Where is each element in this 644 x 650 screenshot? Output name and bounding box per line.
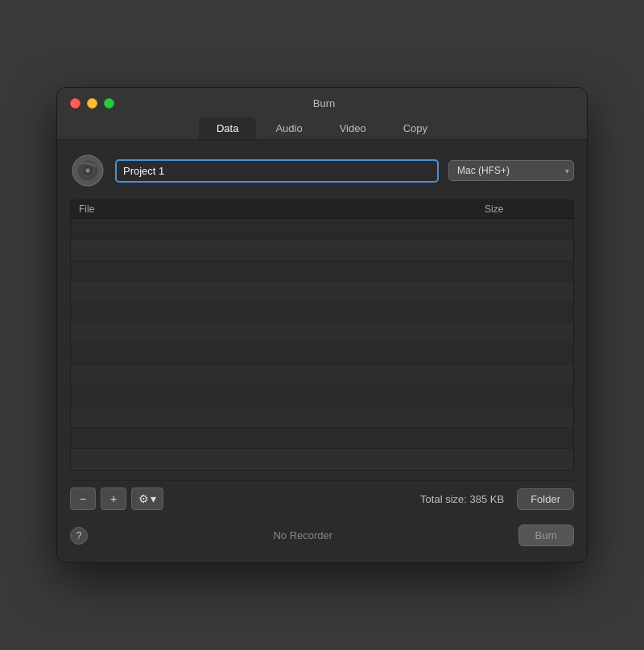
main-content: Mac (HFS+) DVD-ROM (ISO 9660) UDF Mac & … bbox=[57, 140, 587, 562]
burn-button[interactable]: Burn bbox=[518, 525, 574, 546]
tab-copy[interactable]: Copy bbox=[386, 117, 445, 139]
svg-point-4 bbox=[87, 170, 89, 172]
main-window: Burn Data Audio Video Copy bbox=[56, 87, 588, 563]
toolbar: − + ⚙ ▾ Total size: 385 KB Folder bbox=[70, 480, 574, 518]
column-header-size: Size bbox=[485, 204, 565, 215]
gear-button[interactable]: ⚙ ▾ bbox=[131, 488, 163, 510]
remove-button[interactable]: − bbox=[70, 488, 96, 510]
table-row bbox=[71, 240, 573, 261]
tab-bar: Data Audio Video Copy bbox=[199, 117, 445, 139]
disc-icon bbox=[70, 153, 105, 188]
column-header-file: File bbox=[79, 204, 485, 215]
table-header: File Size bbox=[71, 200, 573, 219]
minimize-button[interactable] bbox=[87, 98, 97, 109]
traffic-lights bbox=[70, 98, 114, 109]
file-table: File Size bbox=[70, 200, 574, 471]
maximize-button[interactable] bbox=[104, 98, 114, 109]
gear-icon: ⚙ bbox=[138, 492, 149, 505]
table-row bbox=[71, 302, 573, 323]
help-button[interactable]: ? bbox=[70, 527, 88, 545]
format-select[interactable]: Mac (HFS+) DVD-ROM (ISO 9660) UDF Mac & … bbox=[448, 160, 574, 181]
table-row bbox=[71, 386, 573, 407]
table-row bbox=[71, 344, 573, 365]
tab-video[interactable]: Video bbox=[322, 117, 384, 139]
folder-button[interactable]: Folder bbox=[517, 488, 574, 510]
project-name-input[interactable] bbox=[115, 159, 439, 183]
table-row bbox=[71, 407, 573, 428]
table-row bbox=[71, 219, 573, 240]
total-size-label: Total size: 385 KB bbox=[168, 493, 512, 505]
table-body bbox=[71, 219, 573, 470]
window-title: Burn bbox=[114, 97, 534, 109]
close-button[interactable] bbox=[70, 98, 80, 109]
table-row bbox=[71, 449, 573, 470]
status-bar: ? No Recorder Burn bbox=[70, 518, 574, 549]
table-row bbox=[71, 261, 573, 282]
tab-data[interactable]: Data bbox=[199, 117, 256, 139]
table-row bbox=[71, 323, 573, 344]
table-row bbox=[71, 365, 573, 386]
table-row bbox=[71, 428, 573, 449]
table-row bbox=[71, 282, 573, 302]
format-selector[interactable]: Mac (HFS+) DVD-ROM (ISO 9660) UDF Mac & … bbox=[448, 160, 574, 181]
add-button[interactable]: + bbox=[101, 488, 126, 510]
title-bar: Burn Data Audio Video Copy bbox=[57, 88, 587, 140]
chevron-down-icon: ▾ bbox=[151, 492, 156, 505]
recorder-status: No Recorder bbox=[88, 529, 518, 541]
tab-audio[interactable]: Audio bbox=[258, 117, 320, 139]
project-row: Mac (HFS+) DVD-ROM (ISO 9660) UDF Mac & … bbox=[70, 153, 574, 188]
